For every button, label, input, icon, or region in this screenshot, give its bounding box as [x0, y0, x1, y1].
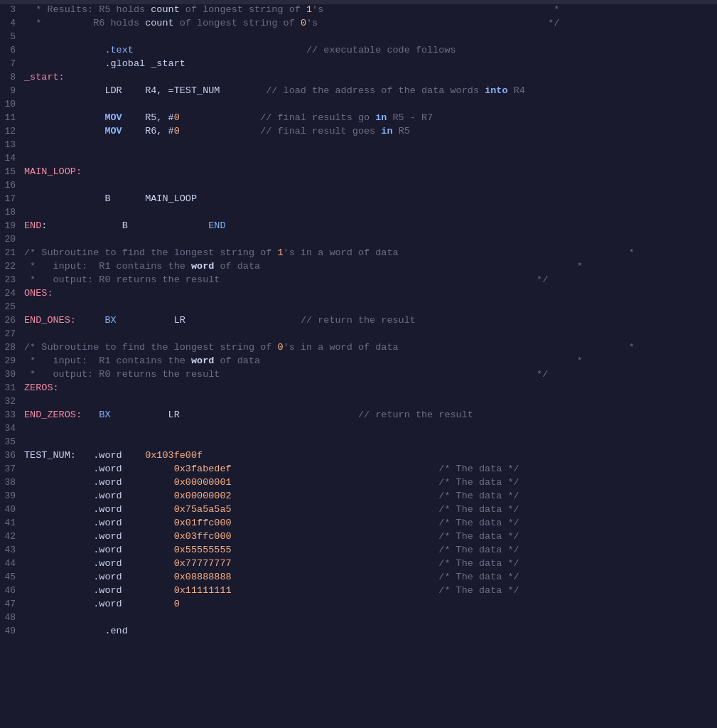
line-content: .end — [24, 626, 714, 636]
line-number: 22 — [3, 261, 24, 272]
token: // final result goes — [260, 126, 381, 136]
token: END — [24, 220, 41, 231]
token: /* The data */ — [232, 477, 519, 488]
token: .word — [24, 599, 174, 609]
code-line: 38 .word 0x00000001 /* The data */ — [0, 477, 717, 491]
line-content: .word 0x03ffc000 /* The data */ — [24, 531, 714, 542]
token: 0x55555555 — [174, 545, 232, 555]
token: : B — [41, 220, 208, 231]
token — [87, 315, 104, 326]
token: 0x08888888 — [174, 572, 232, 582]
line-number: 35 — [3, 437, 24, 447]
token: END — [208, 220, 225, 231]
code-line: 45 .word 0x08888888 /* The data */ — [0, 572, 717, 585]
code-line: 11 MOV R5, #0 // final results go in R5 … — [0, 112, 717, 126]
line-content — [24, 31, 714, 42]
token: */ — [220, 274, 548, 285]
token: /* The data */ — [232, 491, 519, 501]
token: MAIN_LOOP: — [24, 166, 82, 177]
line-number: 16 — [3, 180, 24, 191]
code-line: 4 * R6 holds count of longest string of … — [0, 18, 717, 31]
token: .word — [24, 585, 174, 596]
token: .text — [104, 45, 134, 55]
token: // final results go — [260, 112, 375, 123]
token: * output: R0 returns the result — [24, 369, 220, 380]
token: * — [399, 247, 635, 258]
line-number: 46 — [3, 585, 24, 596]
line-content: ZEROS: — [24, 382, 714, 393]
code-line: 9 LDR R4, =TEST_NUM // load the address … — [0, 85, 717, 99]
code-line: 34 — [0, 423, 717, 437]
token: word — [191, 355, 214, 366]
token: count — [145, 18, 174, 28]
line-content — [24, 396, 714, 407]
line-number: 29 — [3, 355, 24, 366]
token: .word — [24, 504, 174, 515]
token: R6, # — [122, 126, 174, 136]
line-content: .word 0 — [24, 599, 714, 609]
line-number: 20 — [3, 234, 24, 245]
token: B MAIN_LOOP — [24, 193, 197, 204]
line-content: * input: R1 contains the word of data * — [24, 355, 714, 366]
token: MOV — [104, 112, 122, 123]
line-content: .word 0x77777777 /* The data */ — [24, 558, 714, 569]
token: .word — [24, 477, 174, 488]
token: * Results: R5 holds — [24, 4, 151, 15]
token: // return the result — [301, 315, 416, 326]
line-content: .word 0x55555555 /* The data */ — [24, 545, 714, 555]
code-line: 14 — [0, 153, 717, 166]
token: R5 — [393, 126, 410, 136]
line-number: 32 — [3, 396, 24, 407]
token: ZEROS: — [24, 382, 59, 393]
line-content: * input: R1 contains the word of data * — [24, 261, 714, 272]
line-content: .word 0x08888888 /* The data */ — [24, 572, 714, 582]
line-content: .word 0x00000001 /* The data */ — [24, 477, 714, 488]
line-number: 15 — [3, 166, 24, 177]
token: 0x77777777 — [174, 558, 232, 569]
code-line: 7 .global _start — [0, 58, 717, 72]
line-content: .word 0x11111111 /* The data */ — [24, 585, 714, 596]
token: BX — [104, 315, 116, 326]
line-number: 38 — [3, 477, 24, 488]
line-content — [24, 234, 714, 245]
line-number: 6 — [3, 45, 24, 55]
line-number: 30 — [3, 369, 24, 380]
line-content — [24, 99, 714, 109]
line-number: 37 — [3, 464, 24, 474]
code-line: 8_start: — [0, 72, 717, 85]
token: 1 — [277, 247, 283, 258]
token: 0 — [277, 342, 283, 353]
token: END_ZEROS: — [24, 410, 87, 420]
code-line: 26END_ONES: BX LR // return the result — [0, 315, 717, 328]
token — [24, 126, 104, 136]
token: of data — [214, 355, 260, 366]
line-number: 7 — [3, 58, 24, 69]
code-line: 48 — [0, 612, 717, 626]
code-line: 40 .word 0x75a5a5a5 /* The data */ — [0, 504, 717, 518]
line-number: 28 — [3, 342, 24, 353]
token: /* The data */ — [232, 464, 519, 474]
code-editor: 3 * Results: R5 holds count of longest s… — [0, 0, 717, 728]
line-number: 17 — [3, 193, 24, 204]
token: // load the address of the data words — [266, 85, 485, 96]
token: R5 - R7 — [387, 112, 433, 123]
token: 0x00000002 — [174, 491, 232, 501]
token — [24, 45, 104, 55]
token: /* The data */ — [232, 531, 519, 542]
token: .word — [24, 558, 174, 569]
token: /* Subroutine to find the longest string… — [24, 342, 277, 353]
token: BX — [99, 410, 110, 420]
token: .word — [24, 464, 174, 474]
code-line: 5 — [0, 31, 717, 45]
code-line: 47 .word 0 — [0, 599, 717, 612]
line-content — [24, 423, 714, 434]
line-content: .word 0x3fabedef /* The data */ — [24, 464, 714, 474]
code-line: 33END_ZEROS: BX LR // return the result — [0, 410, 717, 423]
line-number: 25 — [3, 301, 24, 312]
token: /* The data */ — [232, 545, 519, 555]
line-content: END_ONES: BX LR // return the result — [24, 315, 714, 326]
code-line: 31ZEROS: — [0, 382, 717, 396]
token: MOV — [104, 126, 122, 136]
code-line: 19END: B END — [0, 220, 717, 234]
line-content — [24, 612, 714, 623]
